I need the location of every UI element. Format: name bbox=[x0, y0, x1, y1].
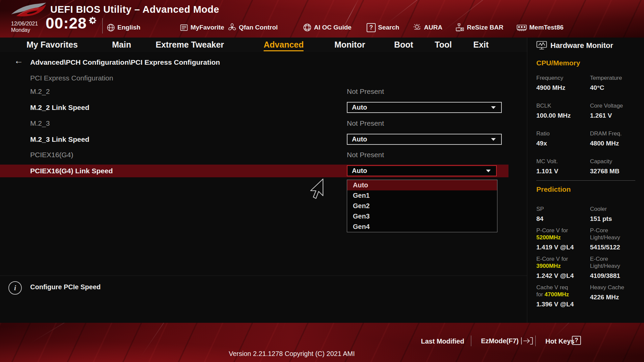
dropdown-value: Auto bbox=[352, 134, 501, 144]
dropdown-value: Auto bbox=[352, 103, 501, 112]
date-display[interactable]: 12/06/2021 Monday bbox=[11, 20, 38, 33]
quick-link-label: Search bbox=[378, 24, 399, 31]
ezmode-exit-icon bbox=[521, 337, 533, 345]
chevron-down-icon bbox=[486, 170, 491, 172]
tab-exit[interactable]: Exit bbox=[473, 38, 489, 52]
tab-my-favorites[interactable]: My Favorites bbox=[26, 38, 78, 52]
app-title: UEFI BIOS Utility – Advanced Mode bbox=[50, 4, 219, 15]
decor-streak bbox=[141, 323, 222, 357]
cpu-memory-metrics: Frequency 4900 MHz Temperature 40°C BCLK… bbox=[536, 74, 644, 180]
setting-value-m22: Not Present bbox=[347, 87, 384, 96]
setting-label-m23: M.2_3 bbox=[30, 119, 50, 127]
dropdown-pciex16-link-speed[interactable]: Auto bbox=[347, 165, 497, 176]
info-icon: i bbox=[8, 281, 22, 295]
cpu-memory-section-title: CPU/Memory bbox=[536, 59, 644, 67]
dropdown-m23-link-speed[interactable]: Auto bbox=[347, 134, 502, 145]
metric-mc-volt: MC Volt. 1.101 V bbox=[536, 158, 590, 175]
resize-bar-button[interactable]: ReSize BAR bbox=[455, 21, 503, 34]
globe-icon bbox=[107, 23, 115, 32]
date-value: 12/06/2021 bbox=[11, 20, 38, 27]
mouse-cursor bbox=[310, 178, 324, 200]
chevron-down-icon bbox=[491, 138, 496, 141]
favorites-list-icon bbox=[180, 23, 188, 32]
tab-boot[interactable]: Boot bbox=[394, 38, 413, 52]
prediction-section-title: Prediction bbox=[536, 185, 644, 193]
header-separator bbox=[102, 18, 103, 34]
metric-core-voltage: Core Voltage 1.261 V bbox=[590, 102, 644, 119]
metric-cache-v: Cache V req for 4700MHz 1.396 V @L4 bbox=[536, 284, 590, 308]
day-value: Monday bbox=[11, 27, 38, 33]
chevron-down-icon bbox=[491, 106, 496, 109]
hardware-monitor-panel: Hardware Monitor CPU/Memory Frequency 49… bbox=[527, 38, 644, 323]
quick-link-label: MyFavorite bbox=[191, 24, 224, 31]
dropdown-option-gen1[interactable]: Gen1 bbox=[347, 190, 497, 201]
ai-oc-guide-button[interactable]: AI OC Guide bbox=[303, 21, 352, 34]
dropdown-option-auto[interactable]: Auto bbox=[347, 180, 497, 190]
quick-link-label: AURA bbox=[424, 24, 442, 31]
quick-link-label: AI OC Guide bbox=[314, 24, 352, 31]
time-settings-gear-icon[interactable] bbox=[89, 16, 97, 25]
metric-ecore-light-heavy: E-Core Light/Heavy 4109/3881 bbox=[590, 255, 644, 280]
myfavorite-button[interactable]: MyFavorite bbox=[180, 21, 224, 34]
metric-pcore-v: P-Core V for 5200MHz 1.419 V @L4 bbox=[536, 227, 590, 251]
setting-label-m23-link-speed: M.2_3 Link Speed bbox=[30, 135, 89, 143]
rog-logo bbox=[10, 1, 47, 19]
tab-tool[interactable]: Tool bbox=[435, 38, 452, 52]
prediction-metrics: SP 84 Cooler 151 pts P-Core V for 5200MH… bbox=[536, 205, 644, 312]
qfan-control-button[interactable]: Qfan Control bbox=[228, 21, 278, 34]
help-text: Configure PCIe Speed bbox=[30, 283, 101, 291]
dropdown-option-gen2[interactable]: Gen2 bbox=[347, 201, 497, 211]
metric-pcore-light-heavy: P-Core Light/Heavy 5415/5122 bbox=[590, 227, 644, 251]
search-button[interactable]: ? Search bbox=[367, 21, 399, 34]
footer-separator bbox=[471, 336, 471, 346]
ram-icon bbox=[517, 23, 527, 32]
last-modified-button[interactable]: Last Modified bbox=[421, 338, 464, 345]
hardware-monitor-header: Hardware Monitor bbox=[536, 41, 644, 50]
gpu-resize-icon bbox=[455, 23, 465, 32]
decor-streak bbox=[281, 323, 315, 331]
memtest86-button[interactable]: MemTest86 bbox=[517, 21, 564, 34]
back-arrow-icon[interactable]: ← bbox=[14, 56, 23, 66]
ezmode-button[interactable]: EzMode(F7) bbox=[481, 337, 533, 345]
language-button[interactable]: English bbox=[107, 21, 141, 34]
tab-extreme-tweaker[interactable]: Extreme Tweaker bbox=[156, 38, 224, 52]
dropdown-option-list: Auto Gen1 Gen2 Gen3 Gen4 bbox=[347, 180, 497, 232]
aura-lamp-icon bbox=[413, 23, 422, 32]
dropdown-value: Auto bbox=[352, 166, 496, 175]
metric-frequency: Frequency 4900 MHz bbox=[536, 74, 590, 92]
metric-bclk: BCLK 100.00 MHz bbox=[536, 102, 590, 119]
decor-streak bbox=[553, 323, 634, 339]
hot-keys-label[interactable]: Hot Keys bbox=[545, 338, 575, 345]
decor-streak bbox=[30, 323, 208, 344]
setting-value-m23: Not Present bbox=[347, 119, 384, 127]
tab-monitor[interactable]: Monitor bbox=[334, 38, 365, 52]
quick-link-label: ReSize BAR bbox=[467, 24, 503, 31]
sidebar-divider bbox=[536, 180, 635, 181]
metric-heavy-cache: Heavy Cache 4226 MHz bbox=[590, 284, 644, 308]
ai-oc-icon bbox=[303, 23, 312, 32]
metric-cooler: Cooler 151 pts bbox=[590, 205, 644, 223]
quick-link-label: Qfan Control bbox=[239, 24, 278, 31]
hot-keys-help-icon[interactable]: ? bbox=[572, 336, 581, 345]
aura-button[interactable]: AURA bbox=[413, 21, 442, 34]
setting-value-pciex16: Not Present bbox=[347, 151, 384, 159]
breadcrumb: Advanced\PCH Configuration\PCI Express C… bbox=[30, 58, 220, 66]
time-display[interactable]: 00:28 bbox=[46, 14, 87, 32]
bios-screen: UEFI BIOS Utility – Advanced Mode 12/06/… bbox=[0, 0, 644, 362]
version-text: Version 2.21.1278 Copyright (C) 2021 AMI bbox=[229, 350, 355, 358]
quick-link-label: English bbox=[117, 24, 141, 31]
dropdown-option-gen3[interactable]: Gen3 bbox=[347, 211, 497, 222]
dropdown-option-gen4[interactable]: Gen4 bbox=[347, 222, 497, 232]
metric-capacity: Capacity 32768 MB bbox=[590, 158, 644, 175]
footer-separator bbox=[535, 336, 536, 346]
metric-sp: SP 84 bbox=[536, 205, 590, 223]
tab-main[interactable]: Main bbox=[112, 38, 131, 52]
setting-label-m22-link-speed: M.2_2 Link Speed bbox=[30, 104, 89, 112]
metric-dram-freq: DRAM Freq. 4800 MHz bbox=[590, 130, 644, 147]
main-menu-bar: My Favorites Main Extreme Tweaker Advanc… bbox=[0, 38, 527, 52]
tab-advanced[interactable]: Advanced bbox=[264, 38, 304, 52]
dropdown-m22-link-speed[interactable]: Auto bbox=[347, 102, 502, 113]
setting-label-pciex16: PCIEX16(G4) bbox=[30, 151, 73, 159]
search-icon: ? bbox=[367, 23, 376, 32]
quick-link-label: MemTest86 bbox=[529, 24, 564, 31]
